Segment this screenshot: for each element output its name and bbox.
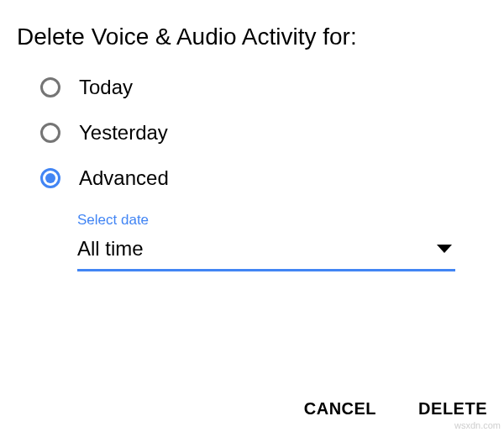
- radio-label-yesterday: Yesterday: [79, 121, 168, 145]
- dropdown-selected-value: All time: [77, 237, 144, 261]
- radio-option-yesterday[interactable]: Yesterday: [40, 121, 487, 145]
- radio-label-today: Today: [79, 76, 133, 99]
- delete-activity-dialog: Delete Voice & Audio Activity for: Today…: [0, 0, 504, 271]
- chevron-down-icon: [437, 245, 452, 253]
- radio-icon: [40, 123, 60, 143]
- delete-button[interactable]: DELETE: [418, 399, 487, 419]
- watermark-text: wsxdn.com: [454, 420, 501, 430]
- date-select-label: Select date: [77, 212, 455, 229]
- date-select-section: Select date All time: [77, 212, 455, 271]
- radio-option-advanced[interactable]: Advanced: [40, 166, 487, 190]
- radio-label-advanced: Advanced: [79, 166, 169, 190]
- date-range-dropdown[interactable]: All time: [77, 237, 455, 271]
- cancel-button[interactable]: CANCEL: [304, 399, 376, 419]
- dialog-title: Delete Voice & Audio Activity for:: [17, 24, 487, 50]
- radio-option-today[interactable]: Today: [40, 76, 487, 99]
- dialog-actions: CANCEL DELETE: [304, 399, 487, 419]
- radio-icon-selected: [40, 168, 60, 188]
- radio-icon: [40, 77, 60, 97]
- time-range-radio-group: Today Yesterday Advanced: [17, 76, 487, 190]
